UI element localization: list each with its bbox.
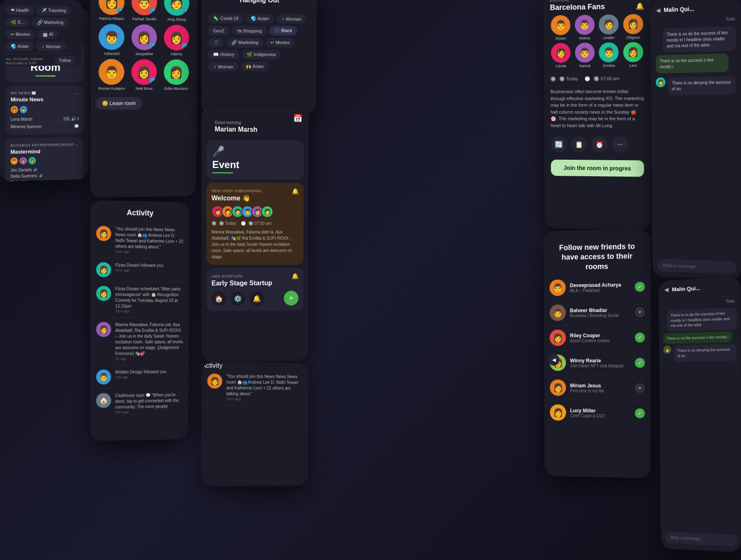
settings-startup-icon[interactable]: ⚙️ xyxy=(231,291,245,306)
startup-add-button[interactable]: + xyxy=(284,291,298,306)
avatar-name-roman: Roman Kutepov xyxy=(98,86,125,91)
malin-avatar: 👩 xyxy=(663,345,671,354)
malin-input[interactable]: Write a message... xyxy=(665,532,737,546)
startup-title: Early Stage Startup xyxy=(212,279,298,287)
tag-e[interactable]: 🌿 E... xyxy=(6,18,30,27)
malin-header: ◀ Malin Qui... xyxy=(659,277,741,299)
tag-marketing[interactable]: 🔗 Marketing xyxy=(226,38,263,47)
back-icon: ◀ xyxy=(552,357,556,363)
follow-check-lucy[interactable]: ✓ xyxy=(635,408,645,418)
home-startup-icon[interactable]: 🏠 xyxy=(212,291,226,306)
tag-marketing2[interactable]: 🔗 Marketing xyxy=(32,18,68,27)
tag-asian[interactable]: 🌏 Asian xyxy=(246,14,274,23)
follow-small-button[interactable]: Follow xyxy=(54,56,76,65)
avatar-jacqueline: 👩 🎤 Jacqueline xyxy=(130,24,159,56)
mic-badge3: 🎤 xyxy=(182,8,189,15)
barcelona-avatars: 👨 Elston 👨 Noboa 🧑 Lindén 👩 Chigusa 👩 Ca… xyxy=(543,14,651,73)
welcome-title: Welcome 👋 xyxy=(212,194,299,202)
startup-icons: 🏠 ⚙️ 🔔 + xyxy=(212,291,298,306)
join-room-button[interactable]: Join the room in progres xyxy=(551,160,644,177)
tag-genz[interactable]: GenZ xyxy=(208,26,229,35)
tag-woman2[interactable]: ♀ Woman xyxy=(208,62,238,71)
activity-avatar-2: 👩 xyxy=(96,262,111,278)
follow-check-winny[interactable]: ✓ xyxy=(635,358,645,368)
event-greet-name: Marian Marsh xyxy=(208,126,264,137)
barca-linden: 🧑 Lindén xyxy=(598,14,620,40)
malin-back-button[interactable]: ◀ xyxy=(664,286,669,293)
tag-indigenous[interactable]: 🌿 Indigenous xyxy=(242,50,281,59)
tag-woman[interactable]: ♀ Woman xyxy=(276,14,306,23)
news-user-count: 155 🔊 3 xyxy=(63,117,79,121)
barca-noboa: 👨 Noboa xyxy=(574,15,596,40)
clock-icon: 🕐 xyxy=(585,76,590,82)
avatar-roman: 👨 Roman Kutepov xyxy=(97,59,126,91)
more-button[interactable]: ··· xyxy=(612,136,628,153)
activity-avatar-4: 👩 xyxy=(96,322,111,337)
tag-ai[interactable]: 🤖 AI xyxy=(37,30,58,39)
activity-text-3: Fizaa Dosani scheduled "After party extr… xyxy=(115,286,183,310)
tag-covid[interactable]: 🦠 Covid-19 xyxy=(208,14,243,23)
tag-asian3[interactable]: 🌏 Asian xyxy=(6,42,34,51)
avatar-niek: 👩 🎤 Niek Bove xyxy=(130,59,159,91)
mastermind-menu-icon[interactable]: ··· xyxy=(74,141,79,148)
tag-music[interactable]: 🎵 xyxy=(208,38,224,47)
calendar-icon[interactable]: 📅 xyxy=(293,114,302,123)
activity-time-4: 1h ago xyxy=(115,356,183,361)
follow-item-lucy: 👩 Lucy Miller Chief Cupid & CEO ✓ xyxy=(544,400,651,426)
news-avatar: 👩 xyxy=(11,106,18,113)
tags-list: 🦠 Covid-19 🌏 Asian ♀ Woman GenZ 🛍 Shoppi… xyxy=(201,7,317,78)
bell-icon[interactable]: 🔔 xyxy=(636,2,644,10)
avatar-action-row: ✈️ 🎤 ··· xyxy=(90,113,197,198)
news-menu-icon[interactable]: ··· xyxy=(75,90,79,96)
activity2-item-1: 👩 "You should join this News News News r… xyxy=(201,369,308,406)
activity-item-2: 👩 Fizaa Dosani followed you 37m ago xyxy=(90,258,189,282)
refresh-button[interactable]: 🔄 xyxy=(551,136,567,152)
welcome-time-row: 🔘🔘 Today 🕐🔘 07:00 am xyxy=(212,221,299,226)
activity-title: Activity xyxy=(90,200,189,223)
tag-traveling[interactable]: ✈️ Traveling xyxy=(36,6,71,15)
avatar-name-jacqueline: Jacqueline xyxy=(135,52,153,56)
tag-shopping[interactable]: 🛍 Shopping xyxy=(232,26,267,35)
activity-text-1: "You should join this News News News roo… xyxy=(115,226,183,250)
welcome-bell-icon[interactable]: 🔔 xyxy=(292,188,299,194)
follow-back-button[interactable]: ◀ xyxy=(548,354,559,366)
leave-room-button[interactable]: 😊 Leave room xyxy=(95,97,142,110)
tags-bottom-card: ❤ Health ✈️ Traveling 🌿 E... 🔗 Marketing… xyxy=(0,0,82,66)
startup-bell-icon[interactable]: 🔔 xyxy=(291,273,298,279)
hanging-out-title: Hanging Out xyxy=(201,0,317,7)
tag-movies2[interactable]: ↩ Movies xyxy=(6,30,35,39)
activity-time-1: 31m ago xyxy=(115,250,183,254)
time-pill: 🕐 🔘 07:00 am xyxy=(585,76,620,82)
event-underline xyxy=(212,172,233,173)
follow-check-riley[interactable]: ✓ xyxy=(635,333,645,343)
follow-plus-miriam[interactable]: + xyxy=(635,383,645,393)
tag-movies[interactable]: ↩ Movies xyxy=(266,38,295,47)
tag-black[interactable]: ⚫ Black xyxy=(269,26,297,35)
follow-check-deveeprasad[interactable]: ✓ xyxy=(635,282,645,292)
join-room-label: Join the room in progres xyxy=(564,165,631,172)
malin-bubble-1: There is no de the success of lies mostl… xyxy=(667,308,736,331)
tag-health[interactable]: ❤ Health xyxy=(6,5,34,15)
news-user-name2: Minerva Spencer xyxy=(11,124,42,129)
alarm-button[interactable]: ⏰ xyxy=(591,136,608,153)
event-mic-icon: 🎤 xyxy=(212,145,298,158)
welcome-desc: Manna Wassalwa, Fatuma dale la, Aya Abde… xyxy=(212,229,299,260)
tag-asian2[interactable]: 🙌 Asian xyxy=(241,62,269,71)
tag-woman3[interactable]: ♀ Woman xyxy=(36,42,66,51)
bell-startup-icon[interactable]: 🔔 xyxy=(249,291,264,306)
barcelona-title: Barcelona Fans xyxy=(550,2,605,12)
follow-plus-balveer[interactable]: + xyxy=(635,307,645,317)
activity2-avatar-1: 👩 xyxy=(207,373,222,388)
mic-badge6: 🎤 xyxy=(149,77,156,84)
chat-input[interactable]: Write a message... xyxy=(657,259,736,274)
copy-button[interactable]: 📋 xyxy=(571,136,587,153)
news-user-name: Lena Marsh xyxy=(11,117,33,121)
barca-carole: 👩 Carole xyxy=(550,43,571,68)
tags-bottom-list: ❤ Health ✈️ Traveling 🌿 E... 🔗 Marketing… xyxy=(6,5,76,51)
barcelona-card: EXOTICAL Barcelona Fans 🔔 👨 Elston 👨 Nob… xyxy=(543,0,651,231)
activity-card: Activity 👩 "You should join this News Ne… xyxy=(90,200,189,441)
mastermind-section: BUSINESS ENTREPRENEURSHIP ··· Mastermind… xyxy=(5,137,84,181)
chat-back-button[interactable]: ◀ xyxy=(656,7,661,14)
tag-history[interactable]: 📖 History xyxy=(208,50,239,59)
mic-badge5: 🎤 xyxy=(182,43,188,49)
